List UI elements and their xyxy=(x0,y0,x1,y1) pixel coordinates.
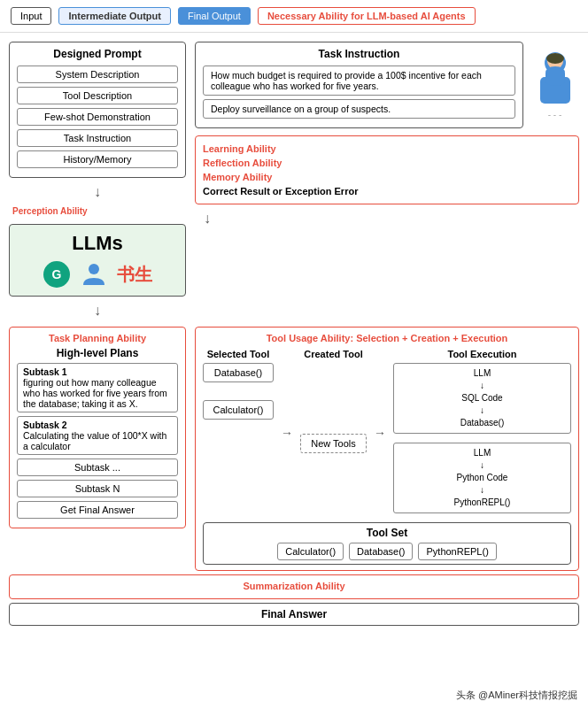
tu-header: Tool Usage Ability: Selection + Creation… xyxy=(203,333,571,343)
main-content: Designed Prompt System Description Tool … xyxy=(0,33,588,327)
tp-subheader: High-level Plans xyxy=(17,347,178,359)
subtask-2-desc: Calculating the value of 100*X with a ca… xyxy=(23,430,172,451)
selected-tool-col: Selected Tool Database() Calculator() xyxy=(203,349,274,423)
left-column: Designed Prompt System Description Tool … xyxy=(9,42,186,318)
subtask-2-title: Subtask 2 xyxy=(23,420,172,430)
subtask-n: Subtask N xyxy=(17,480,178,497)
bottom-row: Task Planning Ability High-level Plans S… xyxy=(0,327,588,571)
subtask-ellipsis: Subtask ... xyxy=(17,459,178,476)
designed-prompt-box: Designed Prompt System Description Tool … xyxy=(9,42,186,178)
execution-title: Tool Execution xyxy=(393,349,571,359)
tool-usage-section: Tool Usage Ability: Selection + Creation… xyxy=(195,327,579,571)
student-icon xyxy=(80,260,108,289)
task-planning-box: Task Planning Ability High-level Plans S… xyxy=(9,327,186,528)
memory-ability: Memory Ability xyxy=(203,170,571,184)
task-instruction-wrapper: Task Instruction How much budget is requ… xyxy=(195,42,523,128)
dp-item-task: Task Instruction xyxy=(17,129,178,147)
arrow-to-created: → xyxy=(279,426,295,440)
watermark: 头条 @AMiner科技情报挖掘 xyxy=(456,689,577,702)
task-instruction-box: Task Instruction How much budget is requ… xyxy=(195,42,523,128)
created-tool-title: Created Tool xyxy=(300,349,367,359)
right-column: Task Instruction How much budget is requ… xyxy=(195,42,579,318)
svg-point-2 xyxy=(89,264,99,274)
perception-label: Perception Ability xyxy=(9,206,186,216)
legend-final: Final Output xyxy=(178,7,251,25)
ts-pythonrepl: PythonREPL() xyxy=(418,543,496,560)
reflection-ability: Reflection Ability xyxy=(203,156,571,170)
subtask-2: Subtask 2 Calculating the value of 100*X… xyxy=(17,416,178,455)
summarization-box: Summarization Ability xyxy=(9,574,579,599)
ti-item-1: How much budget is required to provide a… xyxy=(203,66,515,96)
arrow-down-3: ↓ xyxy=(195,212,579,226)
person-dashes: - - - xyxy=(548,110,562,119)
arrow-to-execution: → xyxy=(372,426,388,440)
tool-set-box: Tool Set Calculator() Database() PythonR… xyxy=(203,522,571,565)
designed-prompt-title: Designed Prompt xyxy=(17,48,178,60)
dp-item-system: System Description xyxy=(17,66,178,83)
legend-intermediate: Intermediate Output xyxy=(58,7,171,25)
subtask-1: Subtask 1 figuring out how many colleagu… xyxy=(17,363,178,412)
chatgpt-icon: G xyxy=(43,260,71,289)
llms-box: LLMs G 书生 xyxy=(9,224,186,297)
task-instruction-title: Task Instruction xyxy=(203,48,515,60)
llms-title: LLMs xyxy=(17,232,178,255)
person-icon xyxy=(533,50,577,108)
selected-tool-title: Selected Tool xyxy=(203,349,274,359)
new-tools: New Tools xyxy=(300,434,367,453)
tool-set-title: Tool Set xyxy=(211,527,563,539)
final-answer-box: Final Answer xyxy=(9,603,579,626)
subtask-1-title: Subtask 1 xyxy=(23,366,172,377)
ts-database: Database() xyxy=(349,543,413,560)
ts-calculator: Calculator() xyxy=(277,543,344,560)
tool-columns: Selected Tool Database() Calculator() → … xyxy=(203,349,571,517)
arrow-down-1: ↓ xyxy=(9,185,186,199)
tool-set-items: Calculator() Database() PythonREPL() xyxy=(211,543,563,560)
created-tool-col: Created Tool New Tools xyxy=(300,349,367,457)
exec-item-1: LLM↓SQL Code↓Database() xyxy=(393,363,571,434)
legend-input: Input xyxy=(11,7,51,25)
task-planning-section: Task Planning Ability High-level Plans S… xyxy=(9,327,186,571)
dp-item-tool: Tool Description xyxy=(17,87,178,104)
svg-point-6 xyxy=(546,53,564,64)
right-top-section: Task Instruction How much budget is requ… xyxy=(195,42,579,128)
ti-item-2: Deploy surveillance on a group of suspec… xyxy=(203,99,515,119)
dp-item-fewshot: Few-shot Demonstration xyxy=(17,108,178,126)
tool-usage-box: Tool Usage Ability: Selection + Creation… xyxy=(195,327,579,571)
correct-result: Correct Result or Exception Error xyxy=(203,184,571,198)
summarization-label: Summarization Ability xyxy=(17,581,571,591)
shusheng-icon: 书生 xyxy=(117,260,152,289)
legend-necessary: Necessary Ability for LLM-based AI Agent… xyxy=(258,7,476,25)
abilities-panel: Learning Ability Reflection Ability Memo… xyxy=(195,135,579,204)
selected-calculator: Calculator() xyxy=(203,400,274,420)
arrow-down-2: ↓ xyxy=(9,304,186,318)
execution-col: Tool Execution LLM↓SQL Code↓Database() L… xyxy=(393,349,571,517)
selected-database: Database() xyxy=(203,363,274,382)
get-final-answer: Get Final Answer xyxy=(17,501,178,519)
svg-text:G: G xyxy=(52,267,62,281)
learning-ability: Learning Ability xyxy=(203,142,571,156)
dp-item-history: History/Memory xyxy=(17,150,178,168)
tp-header: Task Planning Ability xyxy=(17,333,178,343)
llm-icons: G 书生 xyxy=(17,260,178,289)
legend-bar: Input Intermediate Output Final Output N… xyxy=(0,0,588,33)
exec-item-2: LLM↓Python Code↓PythonREPL() xyxy=(393,443,571,513)
person-avatar: - - - xyxy=(530,42,579,119)
subtask-1-desc: figuring out how many colleague who has … xyxy=(23,377,172,409)
